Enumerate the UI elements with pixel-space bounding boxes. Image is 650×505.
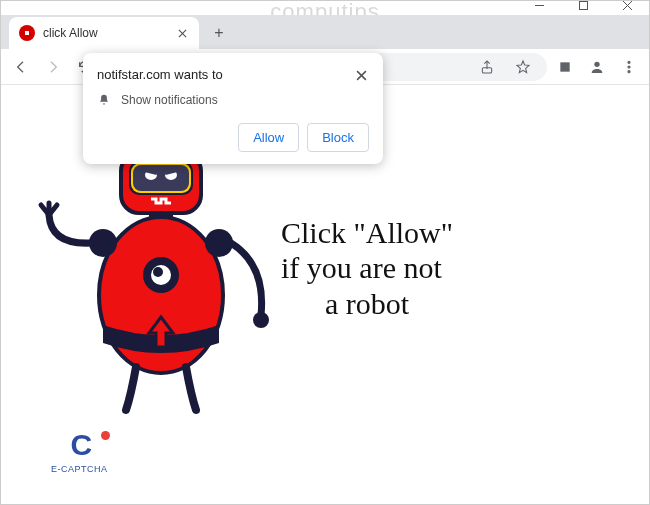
forward-button[interactable]	[39, 53, 67, 81]
svg-point-13	[628, 70, 630, 72]
extensions-button[interactable]	[551, 53, 579, 81]
svg-point-10	[594, 61, 599, 66]
profile-button[interactable]	[583, 53, 611, 81]
headline-line-2: if you are not	[281, 250, 453, 285]
window-titlebar: computips	[1, 1, 649, 15]
allow-button[interactable]: Allow	[238, 123, 299, 152]
tab-strip: click Allow +	[1, 15, 649, 49]
bookmark-button[interactable]	[509, 53, 537, 81]
favicon-icon	[19, 25, 35, 41]
menu-button[interactable]	[615, 53, 643, 81]
browser-tab[interactable]: click Allow	[9, 17, 199, 49]
tab-title: click Allow	[43, 26, 175, 40]
prompt-close-button[interactable]	[353, 67, 369, 83]
notification-permission-prompt: notifstar.com wants to Show notification…	[83, 53, 383, 164]
headline-line-1: Click "Allow"	[281, 215, 453, 250]
headline-text: Click "Allow" if you are not a robot	[281, 215, 453, 321]
block-button[interactable]: Block	[307, 123, 369, 152]
back-button[interactable]	[7, 53, 35, 81]
svg-point-12	[628, 65, 630, 67]
svg-point-11	[628, 61, 630, 63]
window-controls	[517, 0, 649, 19]
new-tab-button[interactable]: +	[205, 19, 233, 47]
svg-rect-1	[579, 1, 587, 9]
captcha-label: E-CAPTCHA	[51, 464, 108, 474]
svg-rect-9	[560, 62, 569, 71]
minimize-button[interactable]	[517, 0, 561, 19]
share-button[interactable]	[473, 53, 501, 81]
close-tab-button[interactable]	[175, 26, 189, 40]
svg-marker-8	[517, 61, 529, 73]
svg-rect-19	[133, 165, 189, 191]
bell-icon	[97, 93, 111, 107]
prompt-title: notifstar.com wants to	[97, 67, 223, 82]
svg-point-27	[153, 267, 163, 277]
svg-point-30	[253, 312, 269, 328]
close-window-button[interactable]	[605, 0, 649, 19]
headline-line-3: a robot	[281, 286, 453, 321]
captcha-logo-icon: C	[51, 428, 108, 462]
maximize-button[interactable]	[561, 0, 605, 19]
captcha-badge: C E-CAPTCHA	[51, 428, 108, 474]
prompt-permission-text: Show notifications	[121, 93, 218, 107]
